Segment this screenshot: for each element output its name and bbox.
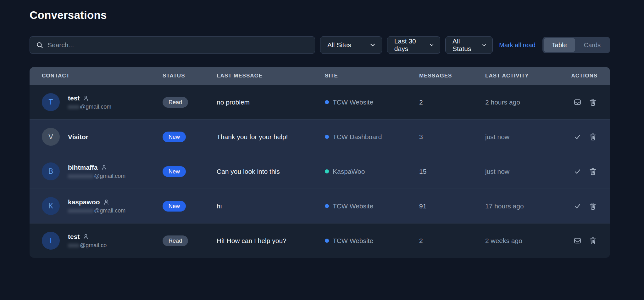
email-domain: @gmail.co [80, 242, 107, 249]
message-count: 15 [419, 168, 485, 175]
column-header-status: Status [163, 73, 217, 79]
mark-read-button[interactable] [573, 167, 582, 176]
contact-email: xxxxxxxxx@gmail.com [68, 207, 125, 214]
last-message: Can you look into this [217, 168, 325, 175]
message-count: 3 [419, 133, 485, 141]
column-header-actions: Actions [563, 73, 597, 79]
site-name: TCW Website [333, 202, 373, 210]
chevron-down-icon [481, 42, 487, 48]
last-activity: just now [485, 168, 563, 175]
site-name: TCW Website [333, 99, 373, 106]
avatar: K [42, 197, 60, 215]
table-header: Contact Status Last Message Site Message… [30, 67, 610, 85]
delete-button[interactable] [588, 167, 597, 176]
status-badge: New [163, 201, 186, 212]
status-filter-dropdown[interactable]: All Status [445, 36, 493, 54]
table-row[interactable]: B bihtmaffa xxxxxxxxx@gmail.com New Can … [30, 154, 610, 189]
message-count: 2 [419, 99, 485, 106]
avatar-initial: T [48, 236, 53, 245]
email-redacted: xxxxxxxxx [68, 207, 93, 214]
email-domain: @gmail.com [94, 207, 125, 214]
view-toggle: Table Cards [542, 37, 610, 53]
avatar-initial: B [48, 167, 53, 176]
table-view-button[interactable]: Table [544, 38, 575, 52]
table-row[interactable]: T test xxxx@gmail.com Read no problem TC… [30, 85, 610, 119]
column-header-last-activity: Last Activity [485, 73, 563, 79]
last-message: Thank you for your help! [217, 133, 325, 141]
avatar: T [42, 232, 60, 250]
status-badge: New [163, 132, 186, 142]
delete-button[interactable] [588, 236, 597, 245]
last-activity: 2 weeks ago [485, 237, 563, 245]
last-message: no problem [217, 99, 325, 106]
chevron-down-icon [369, 42, 376, 48]
person-icon [83, 95, 89, 101]
column-header-contact: Contact [42, 73, 163, 79]
last-activity: 17 hours ago [485, 202, 563, 210]
mark-unread-button[interactable] [573, 236, 582, 245]
status-badge: New [163, 166, 186, 177]
site-name: TCW Website [333, 237, 373, 245]
avatar: T [42, 93, 60, 111]
last-message: Hi! How can I help you? [217, 237, 325, 245]
conversations-page: Conversations All Sites Last 30 days All… [0, 0, 644, 300]
message-count: 91 [419, 202, 485, 210]
table-row[interactable]: V Visitor New Thank you for your help! T… [30, 119, 610, 154]
status-badge: Read [163, 235, 188, 246]
contact-name: test [68, 233, 80, 241]
site-status-dot [325, 135, 329, 139]
avatar-initial: V [48, 133, 53, 141]
search-icon [36, 42, 43, 48]
person-icon [101, 164, 107, 171]
contact-name: Visitor [68, 133, 88, 141]
search-box[interactable] [30, 36, 315, 54]
filter-bar: All Sites Last 30 days All Status Mark a… [30, 36, 610, 54]
mark-unread-button[interactable] [573, 98, 582, 107]
last-activity: just now [485, 133, 563, 141]
date-filter-value: Last 30 days [394, 37, 422, 53]
email-redacted: xxxxxxxxx [68, 173, 93, 179]
message-count: 2 [419, 237, 485, 245]
conversations-table: Contact Status Last Message Site Message… [30, 67, 610, 258]
page-title: Conversations [30, 9, 107, 21]
sites-filter-value: All Sites [327, 41, 351, 49]
table-row[interactable]: T test xxxx@gmail.co Read Hi! How can I … [30, 223, 610, 258]
column-header-site: Site [325, 73, 419, 79]
status-filter-value: All Status [452, 37, 474, 53]
chevron-down-icon [429, 42, 434, 48]
last-activity: 2 hours ago [485, 99, 563, 106]
site-status-dot [325, 204, 329, 208]
contact-name: bihtmaffa [68, 164, 98, 171]
site-status-dot [325, 100, 329, 104]
email-domain: @gmail.com [94, 173, 125, 179]
column-header-last-message: Last Message [217, 73, 325, 79]
mark-read-button[interactable] [573, 201, 582, 211]
avatar: V [42, 128, 60, 146]
search-input[interactable] [47, 41, 308, 49]
contact-name: test [68, 94, 80, 102]
cards-view-button[interactable]: Cards [576, 38, 609, 52]
date-filter-dropdown[interactable]: Last 30 days [387, 36, 440, 54]
delete-button[interactable] [588, 201, 597, 211]
avatar: B [42, 162, 60, 180]
contact-email: xxxx@gmail.com [68, 104, 111, 110]
contact-email: xxxxxxxxx@gmail.com [68, 173, 125, 179]
last-message: hi [217, 202, 325, 210]
avatar-initial: T [48, 98, 53, 106]
sites-filter-dropdown[interactable]: All Sites [320, 36, 382, 54]
email-redacted: xxxx [68, 242, 79, 249]
status-badge: Read [163, 97, 188, 108]
table-row[interactable]: K kaspawoo xxxxxxxxx@gmail.com New hi TC… [30, 189, 610, 223]
avatar-initial: K [48, 202, 53, 210]
column-header-messages: Messages [419, 73, 485, 79]
site-name: TCW Dashboard [333, 133, 382, 141]
mark-read-button[interactable] [573, 132, 582, 141]
person-icon [83, 234, 89, 240]
delete-button[interactable] [588, 132, 597, 141]
site-name: KaspaWoo [333, 168, 365, 175]
delete-button[interactable] [588, 98, 597, 107]
site-status-dot [325, 169, 329, 173]
email-domain: @gmail.com [80, 104, 111, 110]
site-status-dot [325, 239, 329, 243]
mark-all-read-link[interactable]: Mark all read [498, 42, 537, 49]
